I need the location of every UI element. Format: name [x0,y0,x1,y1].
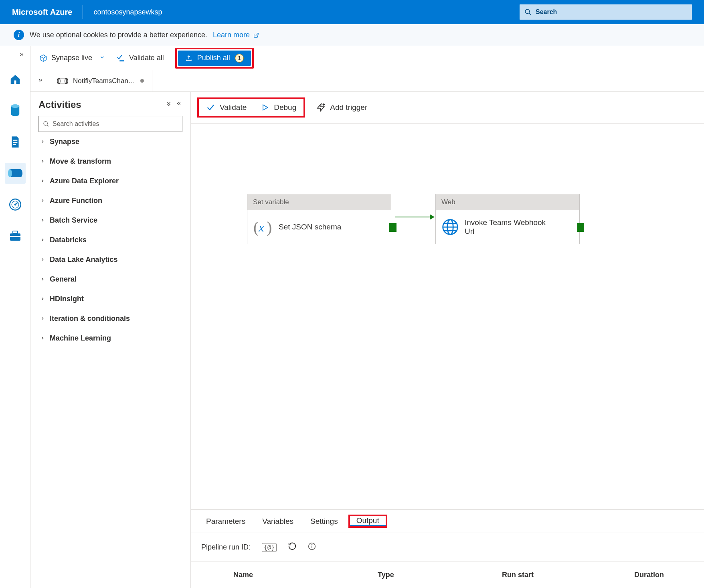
pipeline-tab[interactable]: NotifiyTeamsChan... [51,70,152,91]
tab-settings[interactable]: Settings [304,510,344,533]
add-trigger-button[interactable]: Add trigger [309,99,374,116]
chevron-right-icon [40,237,45,244]
activity-group[interactable]: Azure Data Explorer [38,171,182,191]
globe-icon [441,218,459,236]
activity-group[interactable]: Azure Function [38,191,182,211]
chevron-right-icon [40,335,45,342]
tab-output[interactable]: Output [350,516,386,526]
banner-learn-more-link[interactable]: Learn more [213,31,259,39]
play-icon [261,103,269,112]
output-handle[interactable] [577,223,584,232]
nav-integrate[interactable] [5,163,26,184]
nav-develop[interactable] [5,132,26,152]
search-activities-placeholder: Search activities [53,120,99,128]
search-placeholder: Search [536,8,557,16]
global-search-input[interactable]: Search [520,4,692,20]
chevron-right-icon [40,256,45,264]
nav-manage[interactable] [5,225,26,246]
publish-all-button[interactable]: Publish all 1 [178,51,251,66]
pipeline-canvas[interactable]: Set variable ( x ) Set JSON schema [191,124,704,509]
activities-title: Activities [38,99,81,110]
chevron-right-icon [40,315,45,322]
activity-group[interactable]: Databricks [38,230,182,250]
activity-group[interactable]: HDInsight [38,289,182,309]
output-highlight: Output [348,515,387,528]
bottom-panel: Parameters Variables Settings Output Pip… [191,509,704,588]
brand-label: Microsoft Azure [12,8,72,17]
chevron-down-icon [99,54,105,62]
home-icon [9,73,21,85]
validate-all-button[interactable]: Validate all [112,51,168,65]
activity-set-variable[interactable]: Set variable ( x ) Set JSON schema [247,194,391,244]
svg-text:): ) [267,218,272,236]
collapse-panel-button[interactable] [175,101,182,109]
expand-rail-button[interactable] [18,50,30,59]
gauge-icon [9,199,21,211]
activity-web[interactable]: Web Invoke Teams Webhook Url [435,194,580,244]
svg-line-1 [529,13,531,15]
nav-data[interactable] [5,100,26,121]
workspace-toolbar: Synapse live Validate all Publish all 1 [30,46,704,70]
variable-icon: ( x ) [253,218,273,236]
validate-label: Validate [220,103,247,112]
document-icon [10,136,20,148]
search-icon [43,121,49,127]
activity-group-label: General [50,275,77,284]
svg-line-2 [256,33,258,36]
input-output-icon[interactable]: {@} [262,543,277,552]
output-handle[interactable] [389,223,397,232]
external-link-icon [253,32,259,38]
chevron-right-icon [40,158,45,165]
chevron-right-icon [40,138,45,146]
activity-group[interactable]: Machine Learning [38,328,182,348]
node-header: Set variable [247,194,391,210]
activity-group[interactable]: Batch Service [38,211,182,230]
nav-home[interactable] [5,69,26,90]
chevron-right-icon [40,197,45,205]
chevron-right-icon [40,296,45,303]
activity-group-label: HDInsight [50,295,84,303]
expand-all-button[interactable] [166,101,172,109]
activities-panel: Activities Search activities SynapseMove [30,92,191,588]
refresh-icon[interactable] [288,542,297,553]
connector [395,217,430,217]
activity-group[interactable]: Iteration & conditionals [38,309,182,328]
svg-line-26 [47,125,49,126]
validate-button[interactable]: Validate [199,99,254,116]
svg-point-11 [8,169,12,177]
activity-group[interactable]: General [38,270,182,289]
col-type: Type [378,571,502,579]
col-run-start: Run start [502,571,634,579]
activity-group[interactable]: Synapse [38,132,182,152]
svg-point-25 [44,122,47,125]
banner-message: We use optional cookies to provide a bet… [30,31,207,39]
svg-rect-18 [10,236,20,237]
search-activities-input[interactable]: Search activities [38,116,182,132]
activity-group-label: Azure Function [50,197,102,205]
debug-button[interactable]: Debug [254,99,303,116]
pipeline-icon [56,77,69,85]
tab-parameters[interactable]: Parameters [200,510,252,533]
nav-monitor[interactable] [5,194,26,215]
activity-group[interactable]: Move & transform [38,152,182,171]
tab-variables[interactable]: Variables [256,510,300,533]
svg-rect-16 [13,231,18,233]
run-id-label: Pipeline run ID: [201,543,251,552]
col-name: Name [233,571,378,579]
activity-group-label: Batch Service [50,216,97,225]
svg-point-0 [525,9,530,14]
activity-group[interactable]: Data Lake Analytics [38,250,182,270]
toolbox-icon [9,230,21,241]
publishing-mode-dropdown[interactable]: Synapse live [39,54,105,62]
svg-text:x: x [258,221,264,234]
lightning-icon [316,103,325,112]
tab-row: NotifiyTeamsChan... [30,70,704,92]
svg-point-10 [18,169,22,177]
check-icon [206,103,215,112]
upload-icon [185,55,192,62]
svg-marker-28 [318,104,324,111]
validate-debug-highlight: Validate Debug [197,97,305,118]
expand-panel-button[interactable] [34,77,47,84]
info-outline-icon[interactable] [308,542,316,552]
debug-label: Debug [274,103,296,112]
